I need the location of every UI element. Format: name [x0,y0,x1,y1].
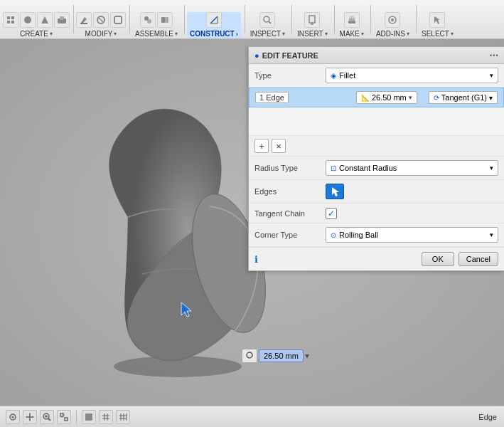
type-row: Type ◈ Fillet ▾ [249,64,504,88]
fit-icon[interactable] [57,410,71,424]
sep-1 [73,5,74,33]
dimension-dropdown-arrow[interactable]: ▾ [305,351,309,361]
corner-type-control: ⊙ Rolling Ball ▾ [326,227,498,243]
sep-8 [416,5,417,33]
tangent-chain-checkbox[interactable]: ✓ [326,208,337,219]
add-edge-button[interactable]: + [254,139,269,153]
pan-icon[interactable] [23,410,37,424]
svg-point-3 [24,16,31,23]
assemble-icon-2[interactable] [157,12,173,28]
sep-7 [370,5,371,33]
info-icon: ℹ [254,254,417,265]
addins-dropdown-arrow: ▾ [407,31,409,37]
grid-options-icon[interactable] [116,410,130,424]
radius-type-value: Constant Radius [339,164,397,172]
construct-menu[interactable]: CONSTRUCT › [187,29,241,38]
create-icon-1[interactable] [3,12,18,28]
dimension-input-row: 26.50 mm ▾ [242,349,309,363]
edge-value-box[interactable]: 📐 26.50 mm ▾ [356,91,417,104]
panel-footer: ℹ OK Cancel [249,247,504,270]
modify-icon-3[interactable] [110,12,126,28]
make-icon-1[interactable] [344,12,360,28]
addins-menu[interactable]: ADD-INS ▾ [373,29,412,38]
type-value: Fillet [339,71,355,80]
construct-icon-1[interactable] [206,12,222,28]
corner-type-label: Corner Type [254,231,326,239]
select-menu[interactable]: SELECT ▾ [419,29,456,38]
svg-point-12 [147,19,151,23]
toolbar-group-construct: CONSTRUCT › [187,12,241,38]
select-icon-1[interactable] [429,12,445,28]
corner-type-row: Corner Type ⊙ Rolling Ball ▾ [249,223,504,247]
svg-point-18 [264,16,269,22]
modify-menu[interactable]: MODIFY ▾ [82,29,120,38]
svg-rect-46 [65,418,68,421]
3d-shape-container [71,96,270,367]
svg-line-42 [48,418,50,421]
insert-icon-1[interactable] [304,12,320,28]
svg-point-36 [12,416,14,418]
cancel-button[interactable]: Cancel [459,252,498,266]
create-icon-2[interactable] [20,12,36,28]
edge-tangent-arrow: ▾ [489,94,493,102]
edges-selector-button[interactable] [326,184,344,199]
corner-type-dropdown[interactable]: ⊙ Rolling Ball ▾ [326,227,498,243]
edge-tangent-box[interactable]: ⟳ Tangent (G1) ▾ [429,91,498,104]
svg-marker-4 [41,16,48,23]
toolbar-group-inspect: INSPECT ▾ [247,12,288,38]
edge-value: 26.50 mm [372,93,407,102]
assemble-icon-1[interactable] [140,12,156,28]
ok-button[interactable]: OK [422,252,454,266]
assemble-menu[interactable]: ASSEMBLE ▾ [132,29,181,38]
construct-arrow: › [236,31,238,38]
modify-dropdown-arrow: ▾ [114,31,117,37]
inspect-menu[interactable]: INSPECT ▾ [247,29,288,38]
toolbar-group-create: CREATE ▾ [3,12,70,38]
make-dropdown-arrow: ▾ [361,31,364,37]
panel-title: EDIT FEATURE [262,51,318,60]
modify-icon-2[interactable] [93,12,109,28]
create-menu[interactable]: CREATE ▾ [17,29,55,38]
svg-point-27 [391,19,394,21]
dimension-value-box[interactable]: 26.50 mm [259,349,304,362]
panel-header-controls: ⋯ [489,50,498,60]
dimension-label [242,349,257,363]
status-edge-label: Edge [478,413,497,421]
toolbar-group-insert: INSERT ▾ [294,12,331,38]
dimension-icon [245,351,254,359]
create-dropdown-arrow: ▾ [50,31,53,37]
status-sep-1 [76,410,77,424]
status-bar: Edge [0,406,504,427]
remove-edge-button[interactable]: × [272,139,286,153]
modify-icon-1[interactable] [76,12,92,28]
inspect-icon-1[interactable] [259,12,275,28]
zoom-icon[interactable] [40,410,54,424]
panel-header: ● EDIT FEATURE ⋯ [249,47,504,64]
type-dropdown[interactable]: ◈ Fillet ▾ [326,68,498,83]
create-icon-4[interactable] [54,12,70,28]
fillet-icon: ◈ [331,71,336,80]
svg-marker-33 [332,187,339,196]
make-menu[interactable]: MAKE ▾ [337,29,367,38]
select-dropdown-arrow: ▾ [451,31,454,37]
svg-rect-49 [85,413,92,421]
inspect-dropdown-arrow: ▾ [282,31,285,37]
panel-edge-list-area [249,107,504,136]
orbit-icon[interactable] [6,410,20,424]
svg-rect-14 [165,17,168,23]
panel-collapse-icon[interactable]: ⋯ [489,50,498,60]
edge-icon: 📐 [361,94,370,102]
create-icon-3[interactable] [37,12,53,28]
display-mode-icon[interactable] [82,410,96,424]
status-icons [6,410,130,424]
svg-rect-45 [60,413,63,416]
grid-icon[interactable] [99,410,113,424]
edge-tangent-value: Tangent (G1) [441,93,487,102]
radius-type-dropdown[interactable]: ⊡ Constant Radius ▾ [326,160,498,176]
svg-rect-20 [309,16,315,23]
edge-row[interactable]: 1 Edge 📐 26.50 mm ▾ ⟳ Tangent (G1) ▾ [249,88,504,107]
addins-icon-1[interactable] [385,12,400,28]
add-remove-row: + × [249,136,504,157]
insert-menu[interactable]: INSERT ▾ [294,29,331,38]
edges-control [326,184,498,199]
